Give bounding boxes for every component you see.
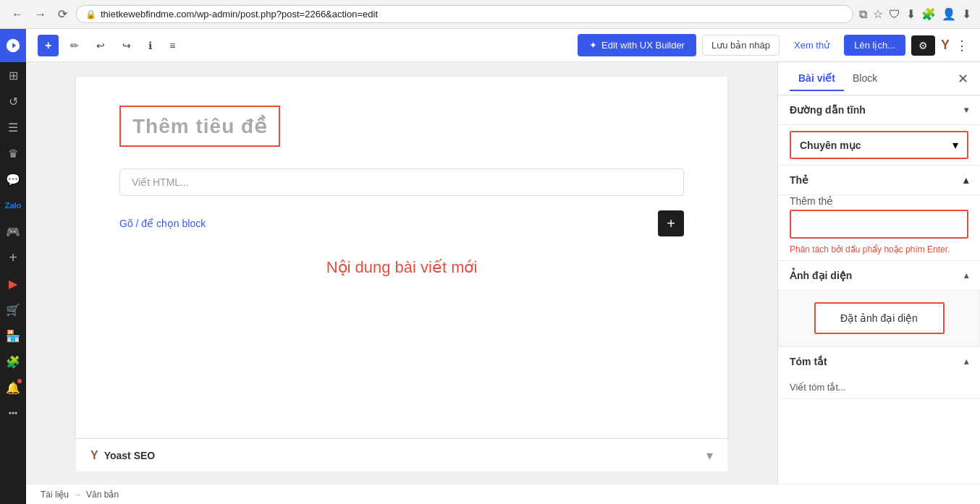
- tom-tat-section: Tóm tắt ▴ Viết tóm tắt...: [778, 347, 980, 399]
- wp-main: Thêm tiêu đề Viết HTML... Gõ / để chọn b…: [26, 62, 980, 484]
- add-block-button[interactable]: +: [38, 35, 59, 56]
- block-chooser-text[interactable]: Gõ / để chọn block: [119, 218, 206, 229]
- redo-button[interactable]: ↪: [117, 35, 137, 56]
- the-input[interactable]: [797, 215, 961, 233]
- the-label-heading: Thẻ: [790, 174, 808, 186]
- sidebar-posts-icon[interactable]: ☰: [0, 114, 26, 140]
- sidebar-close-button[interactable]: ✕: [958, 71, 968, 87]
- back-button[interactable]: ←: [9, 7, 26, 22]
- forward-button[interactable]: →: [32, 7, 49, 22]
- wp-sidebar: ⊞ ↺ ☰ ♛ 💬 Zalo 🎮 + ▶ 🛒 🏪 🧩 🔔 •••: [0, 29, 26, 504]
- wp-toolbar: + ✏ ↩ ↪ ℹ ≡ ✦ Edit with UX Builder Lưu b…: [26, 29, 980, 62]
- tom-tat-chevron: ▴: [964, 356, 968, 367]
- preview-button[interactable]: Xem thử: [785, 35, 838, 55]
- save-draft-button[interactable]: Lưu bản nháp: [702, 35, 780, 56]
- add-block-inline-button[interactable]: +: [658, 210, 684, 236]
- tom-tat-content: Viết tóm tắt...: [778, 376, 980, 398]
- publish-button[interactable]: Lên lịch...: [844, 35, 905, 56]
- yoast-logo: Y: [90, 449, 98, 462]
- more-options-button[interactable]: ⋮: [955, 38, 968, 54]
- anh-dai-dien-header[interactable]: Ảnh đại diện ▴: [778, 261, 980, 290]
- refresh-button[interactable]: ⟳: [55, 6, 70, 22]
- star-icon[interactable]: ☆: [873, 7, 883, 21]
- anh-container: Đặt ảnh đại diện: [778, 290, 980, 346]
- block-chooser: Gõ / để chọn block +: [119, 210, 684, 236]
- sidebar-cart-icon[interactable]: 🛒: [0, 296, 26, 323]
- sidebar-youtube-icon[interactable]: ▶: [0, 270, 26, 296]
- chuyen-muc-section: Chuyên mục ▾: [778, 125, 980, 166]
- chuyen-muc-label: Chuyên mục: [800, 140, 861, 151]
- info-button[interactable]: ℹ: [143, 35, 158, 56]
- settings-button[interactable]: ⚙: [911, 35, 935, 56]
- edit-ux-button[interactable]: ✦ Edit with UX Builder: [578, 34, 696, 56]
- sidebar-more-icon[interactable]: •••: [0, 401, 26, 427]
- the-section-header[interactable]: Thẻ ▴: [778, 166, 980, 195]
- the-chevron: ▴: [963, 174, 968, 186]
- the-section: Thẻ ▴ Thêm thẻ Phân tách bởi dấu phẩy ho…: [778, 166, 980, 261]
- yoast-bar: Y Yoast SEO ▾: [76, 438, 727, 471]
- url-text: thietkewebfindme.com/wp-admin/post.php?p…: [101, 9, 378, 20]
- editor-area: Thêm tiêu đề Viết HTML... Gõ / để chọn b…: [26, 62, 777, 484]
- browser-actions: ⧉ ☆ 🛡 ⬇ 🧩 👤 ⬇: [859, 7, 971, 21]
- sidebar-add-icon[interactable]: +: [0, 244, 26, 270]
- the-hint: Phân tách bởi dấu phẩy hoặc phím Enter.: [778, 242, 980, 260]
- sidebar-plugin-icon[interactable]: 🧩: [0, 349, 26, 375]
- anh-dai-dien-chevron: ▴: [964, 270, 968, 281]
- edit-ux-label: Edit with UX Builder: [601, 40, 685, 51]
- browser-bar: ← → ⟳ 🔒 thietkewebfindme.com/wp-admin/po…: [0, 0, 980, 29]
- breadcrumb-1: Tài liệu: [41, 490, 69, 500]
- save-page-icon[interactable]: ⬇: [962, 7, 971, 21]
- them-the-label: Thêm thẻ: [778, 195, 980, 207]
- profile-icon[interactable]: 👤: [942, 7, 956, 21]
- dat-anh-button[interactable]: Đặt ảnh đại diện: [814, 302, 945, 334]
- tom-tat-label: Tóm tắt: [790, 356, 827, 367]
- puzzle-icon[interactable]: 🧩: [921, 7, 936, 21]
- undo-button[interactable]: ↩: [90, 35, 111, 56]
- new-post-content: Nội dung bài viết mới: [119, 258, 684, 277]
- sidebar-store-icon[interactable]: 🏪: [0, 323, 26, 349]
- tom-tat-header[interactable]: Tóm tắt ▴: [778, 347, 980, 376]
- sidebar-star-icon[interactable]: ♛: [0, 140, 26, 166]
- sidebar-activity-icon[interactable]: ↺: [0, 88, 26, 114]
- download-icon[interactable]: ⬇: [906, 7, 916, 21]
- yoast-toggle[interactable]: ▾: [706, 448, 713, 464]
- anh-dai-dien-section: Ảnh đại diện ▴ Đặt ảnh đại diện: [778, 261, 980, 347]
- extensions-icon[interactable]: ⧉: [859, 8, 867, 21]
- list-view-button[interactable]: ≡: [164, 35, 181, 56]
- duong-dan-chevron: ▾: [964, 105, 968, 115]
- title-block[interactable]: Thêm tiêu đề: [119, 106, 280, 147]
- right-sidebar: Bài viết Block ✕ Đường dẫn tĩnh ▾: [777, 62, 980, 484]
- sidebar-game-icon[interactable]: 🎮: [0, 218, 26, 244]
- chuyen-muc-chevron: ▾: [952, 138, 958, 152]
- title-placeholder[interactable]: Thêm tiêu đề: [132, 114, 267, 138]
- sidebar-home-icon[interactable]: ⊞: [0, 62, 26, 88]
- sidebar-tabs: Bài viết Block ✕: [778, 62, 980, 95]
- wp-footer: Tài liệu → Văn bản: [26, 484, 980, 504]
- wordpress-logo[interactable]: [0, 29, 26, 62]
- anh-dai-dien-label: Ảnh đại diện: [790, 270, 852, 281]
- chuyen-muc-header[interactable]: Chuyên mục ▾: [790, 131, 968, 159]
- address-bar[interactable]: 🔒 thietkewebfindme.com/wp-admin/post.php…: [76, 5, 853, 23]
- lock-icon: 🔒: [85, 9, 96, 20]
- duong-dan-label: Đường dẫn tĩnh: [790, 104, 866, 116]
- breadcrumb-separator: →: [73, 490, 82, 500]
- shield-icon[interactable]: 🛡: [889, 8, 900, 21]
- sidebar-chat-icon[interactable]: 💬: [0, 166, 26, 192]
- the-input-wrapper: [790, 210, 968, 239]
- yoast-left: Y Yoast SEO: [90, 449, 155, 462]
- html-block[interactable]: Viết HTML...: [119, 168, 684, 196]
- duong-dan-header[interactable]: Đường dẫn tĩnh ▾: [778, 95, 980, 124]
- editor-content: Thêm tiêu đề Viết HTML... Gõ / để chọn b…: [76, 77, 727, 438]
- tab-block[interactable]: Block: [844, 67, 886, 91]
- ux-icon: ✦: [589, 40, 597, 51]
- tab-bai-viet[interactable]: Bài viết: [790, 67, 844, 91]
- html-placeholder: Viết HTML...: [132, 176, 189, 188]
- duong-dan-section: Đường dẫn tĩnh ▾: [778, 95, 980, 125]
- breadcrumb-2: Văn bản: [86, 490, 119, 500]
- sidebar-zalo-icon[interactable]: Zalo: [0, 192, 26, 218]
- yoast-button[interactable]: Y: [941, 38, 950, 53]
- sidebar-bell-icon[interactable]: 🔔: [0, 375, 26, 401]
- wp-admin: ⊞ ↺ ☰ ♛ 💬 Zalo 🎮 + ▶ 🛒 🏪 🧩 🔔 ••• + ✏ ↩ ↪…: [0, 29, 980, 504]
- yoast-label: Yoast SEO: [104, 450, 156, 461]
- pen-tool-button[interactable]: ✏: [64, 35, 85, 56]
